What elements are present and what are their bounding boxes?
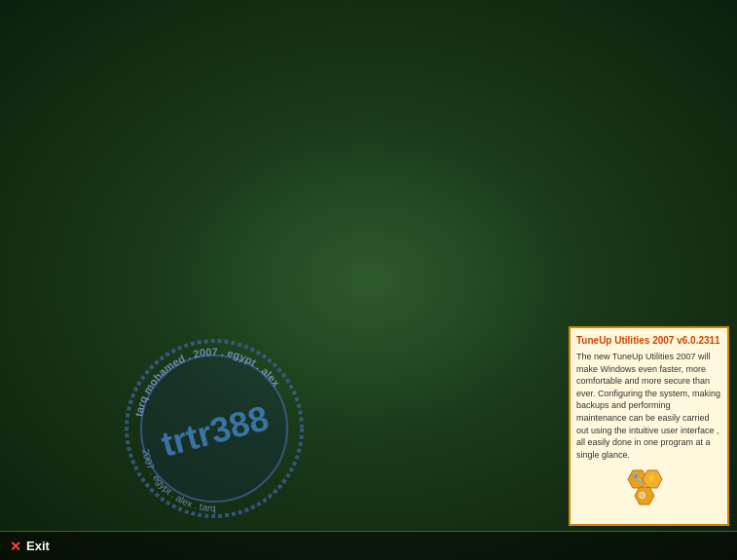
exit-icon: ✕ xyxy=(10,539,21,554)
info-tooltip-box: TuneUp Utilities 2007 v6.0.2311 The new … xyxy=(569,326,729,526)
svg-text:⚡: ⚡ xyxy=(645,471,658,484)
svg-text:⚙: ⚙ xyxy=(638,490,646,501)
watermark-stamp: tarq mohamed . 2007 . egypt . alex trtr3… xyxy=(117,331,312,526)
svg-text:🔧: 🔧 xyxy=(631,471,644,484)
exit-label: Exit xyxy=(26,539,50,553)
exit-button[interactable]: ✕ Exit xyxy=(10,539,50,554)
info-box-title: TuneUp Utilities 2007 v6.0.2311 xyxy=(576,334,721,348)
info-box-icon: 🔧 ⚡ ⚙ xyxy=(576,466,721,518)
bottom-bar: ✕ Exit xyxy=(0,531,737,560)
info-box-description: The new TuneUp Utilities 2007 will make … xyxy=(576,351,721,461)
